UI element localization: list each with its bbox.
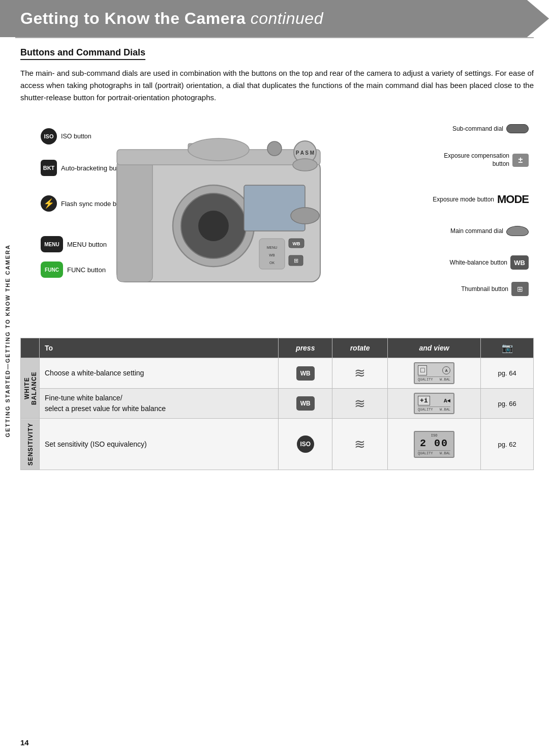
header-title: Getting to Know the Camera continued [20, 9, 323, 28]
thumb-button-text: Thumbnail button [461, 285, 508, 293]
mode-badge: MODE [497, 193, 529, 206]
wb-row1-rotate: ≋ [332, 358, 388, 389]
camera-diagram: ISO ISO button BKT Auto-bracketing butto… [20, 114, 534, 328]
wb-row2-view: +i A◄ QUALITYW.BAL [387, 389, 480, 419]
exp-comp-label: ± Exposure compensationbutton [444, 152, 529, 168]
table-col-icon: 📷 [481, 338, 534, 358]
func-badge: FUNC [41, 261, 63, 278]
table-col-group [21, 338, 40, 358]
main-dial-text: Main command dial [450, 227, 503, 235]
wb-row2-screen: +i A◄ QUALITYW.BAL [414, 393, 454, 414]
svg-text:MENU: MENU [267, 246, 278, 249]
menu-badge: MENU [41, 236, 63, 252]
svg-rect-1 [117, 160, 152, 282]
page-number: 14 [20, 738, 29, 747]
thumb-badge-icon: ⊞ [511, 282, 529, 296]
wb-press-badge: WB [296, 366, 315, 381]
sidebar: GETTING STARTED—GETTING TO KNOW THE CAME… [0, 112, 15, 570]
wb-row1-press: WB [279, 358, 332, 389]
sub-dial-label: Sub-command dial [452, 124, 529, 133]
wb-row2-page: pg. 66 [481, 389, 534, 419]
wb-row1-screen: □ A QUALITYW.BAL [414, 362, 454, 384]
white-balance-group-header: WHITEBALANCE [21, 358, 40, 419]
table-col-to: To [40, 338, 279, 358]
svg-text:WB: WB [269, 253, 275, 257]
wb-row2-rotate: ≋ [332, 389, 388, 419]
sidebar-text: GETTING STARTED—GETTING TO KNOW THE CAME… [5, 244, 11, 437]
table-row: WHITEBALANCE Choose a white-balance sett… [21, 358, 534, 389]
svg-text:WB: WB [293, 241, 300, 246]
table-col-rotate: rotate [332, 338, 388, 358]
wb-press-badge2: WB [296, 396, 315, 411]
sens-row-press: ISO [279, 419, 332, 470]
sens-screen: ISO 2 00 QUALITYW.BAL [414, 431, 454, 458]
table-row: Fine-tune white balance/select a preset … [21, 389, 534, 419]
main-dial-icon [506, 226, 529, 236]
sens-row-view: ISO 2 00 QUALITYW.BAL [387, 419, 480, 470]
sens-row-rotate: ≋ [332, 419, 388, 470]
svg-point-8 [198, 211, 229, 241]
wb-badge-icon: WB [510, 255, 529, 270]
flash-badge: ⚡ [41, 195, 57, 212]
svg-point-5 [267, 141, 282, 156]
svg-text:OK: OK [269, 261, 274, 265]
wb-row1-page: pg. 64 [481, 358, 534, 389]
section-heading: Buttons and Command Dials [20, 47, 145, 60]
sub-dial-text: Sub-command dial [452, 125, 503, 132]
thumb-button-label: ⊞ Thumbnail button [461, 282, 529, 296]
camera-body-svg: P A S M WB ⊞ MENU WB OK [86, 119, 351, 317]
iso-press-badge: ISO [297, 435, 314, 453]
main-content: Buttons and Command Dials The main- and … [20, 38, 534, 470]
wb-button-text: White-balance button [450, 259, 507, 266]
sens-row-page: pg. 62 [481, 419, 534, 470]
table-col-press: press [279, 338, 332, 358]
table-row: SENSITIVITY Set sensitivity (ISO equival… [21, 419, 534, 470]
iso-badge: ISO [41, 128, 57, 144]
svg-text:⊞: ⊞ [294, 257, 298, 264]
sensitivity-group-header: SENSITIVITY [21, 419, 40, 470]
table-col-view: and view [387, 338, 480, 358]
svg-point-4 [188, 138, 249, 161]
svg-text:P A S M: P A S M [296, 150, 314, 156]
wb-row1-view: □ A QUALITYW.BAL [387, 358, 480, 389]
page-header: Getting to Know the Camera continued [0, 0, 549, 37]
exp-mode-label: MODE Exposure mode button [433, 193, 529, 206]
main-dial-label: Main command dial [450, 226, 529, 236]
bkt-badge: BKT [41, 160, 57, 176]
wb-row1-desc: Choose a white-balance setting [40, 358, 279, 389]
wb-button-label: WB White-balance button [450, 255, 529, 270]
wb-row2-press: WB [279, 389, 332, 419]
sub-dial-icon [506, 124, 529, 133]
settings-table: To press rotate and view 📷 WHITEBALANCE … [20, 338, 534, 470]
svg-rect-9 [244, 185, 305, 231]
sens-row-desc: Set sensitivity (ISO equivalency) [40, 419, 279, 470]
exp-mode-text: Exposure mode button [433, 196, 494, 203]
wb-row2-desc: Fine-tune white balance/select a preset … [40, 389, 279, 419]
svg-point-12 [291, 208, 319, 224]
svg-point-13 [293, 159, 317, 171]
body-text: The main- and sub-command dials are used… [20, 67, 534, 104]
exp-comp-text: Exposure compensationbutton [444, 152, 509, 168]
iso-label-group: ISO ISO button [41, 128, 92, 144]
